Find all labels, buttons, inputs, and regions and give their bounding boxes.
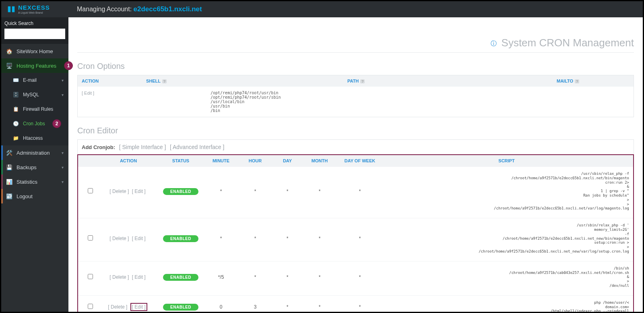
nav-logout[interactable]: ↩️ Logout (1, 189, 68, 203)
edit-options-link[interactable]: [ Edit ] (82, 91, 94, 95)
nav-email[interactable]: ✉️ E-mail ▾ (1, 73, 68, 87)
col-month: MONTH (303, 158, 336, 163)
cell-script: php /home/user/< domain.com> /html/shell… (384, 301, 629, 312)
col-shell-header: SHELL? (146, 79, 347, 83)
col-minute: MINUTE (203, 158, 239, 163)
chevron-down-icon: ▾ (62, 151, 64, 155)
cell-dow: * (336, 236, 384, 241)
shell-paths: /opt/remi/php74/root/usr/bin /opt/remi/p… (146, 91, 347, 113)
col-mailto-header: MAILTO? (557, 79, 630, 83)
cell-month: * (303, 236, 336, 241)
tools-icon: 🛠️ (6, 149, 12, 156)
mail-icon: ✉️ (12, 77, 19, 83)
nav-firewall[interactable]: 📋 Firewall Rules (1, 102, 68, 116)
nav-siteworx-home[interactable]: 🏠 SiteWorx Home (1, 44, 68, 58)
topbar: NEXCESS A Liquid Web Brand Managing Acco… (1, 1, 643, 17)
nav-htaccess[interactable]: 📁 Htaccess (1, 131, 68, 145)
status-badge: ENABLED (163, 188, 198, 195)
cell-month: * (303, 274, 336, 280)
cell-hour: * (239, 236, 271, 241)
delete-link[interactable]: [ Delete ] (108, 304, 127, 310)
col-hour: HOUR (239, 158, 271, 163)
delete-link[interactable]: [ Delete ] (109, 189, 129, 194)
col-script: SCRIPT (384, 158, 629, 163)
home-icon: 🏠 (6, 48, 12, 54)
nav-cron-jobs[interactable]: 🕓 Cron Jobs 2 (1, 116, 68, 131)
cell-day: * (271, 189, 303, 194)
account-domain: e2decc65b1.nxcli.net (134, 5, 202, 13)
cell-day: * (271, 236, 303, 241)
help-badge[interactable]: ? (162, 79, 167, 83)
col-action: ACTION (98, 158, 159, 163)
page-title: ⓘ System CRON Management (77, 25, 634, 53)
advanced-interface-link[interactable]: [ Advanced Interface ] (170, 144, 224, 150)
cron-editor-header-row: ACTION STATUS MINUTE HOUR DAY MONTH DAY … (78, 155, 633, 166)
chevron-down-icon: ▾ (62, 78, 64, 83)
chevron-down-icon: ▾ (62, 165, 64, 170)
cron-options-panel: ACTION SHELL? PATH? MAILTO? [ Edit ] /op… (77, 75, 634, 117)
cron-options-heading: Cron Options (77, 62, 634, 71)
simple-interface-link[interactable]: [ Simple Interface ] (119, 144, 166, 150)
cron-editor-heading: Cron Editor (77, 126, 634, 135)
nav-backups[interactable]: 💾 Backups ▾ (1, 160, 68, 174)
cell-hour: * (239, 189, 271, 194)
cron-row: [ Delete ] [ Edit ] ENABLED */5 * * * * … (78, 261, 633, 295)
managing-account: Managing Account: e2decc65b1.nxcli.net (77, 5, 202, 13)
help-badge[interactable]: ? (360, 79, 365, 83)
brand-logo[interactable]: NEXCESS A Liquid Web Brand (7, 4, 67, 14)
status-badge: ENABLED (163, 274, 198, 281)
row-checkbox[interactable] (88, 274, 93, 279)
cron-options-header: ACTION SHELL? PATH? MAILTO? (78, 75, 634, 87)
nav-mysql[interactable]: 🗄️ MySQL ▾ (1, 87, 68, 102)
cron-row: [ Delete ] [ Edit ] ENABLED * * * * * /u… (78, 218, 633, 261)
folder-icon: 📁 (12, 135, 19, 141)
database-icon: 🗄️ (12, 91, 19, 98)
cell-dow: * (336, 274, 384, 280)
chevron-down-icon: ▾ (62, 180, 64, 184)
nav-hosting-features[interactable]: 🖥️ Hosting Features 1 (1, 58, 68, 73)
callout-badge-2: 2 (52, 119, 61, 128)
status-badge: ENABLED (163, 304, 198, 311)
chevron-down-icon: ▾ (62, 93, 64, 97)
edit-link[interactable]: [ Edit ] (132, 236, 146, 241)
cell-script: /usr/sbin/relax_php -f /chroot/home/a9f2… (384, 172, 629, 211)
nav-administration[interactable]: 🛠️ Administration ▾ (1, 145, 68, 160)
col-dow: DAY OF WEEK (336, 158, 384, 163)
edit-link[interactable]: [ Edit ] (132, 189, 146, 194)
cell-hour: 3 (239, 304, 271, 310)
row-checkbox[interactable] (88, 304, 93, 309)
cron-row: [ Delete ] [ Edit ] ENABLED * * * * * /u… (78, 166, 633, 218)
edit-link-highlighted[interactable]: [ Edit ] (130, 303, 147, 311)
add-cronjob-row: Add Cronjob: [ Simple Interface ] [ Adva… (77, 139, 634, 154)
monitor-icon: 🖥️ (6, 62, 12, 69)
cron-row: [ Delete ] [ Edit ] ENABLED 0 3 * * * ph… (78, 295, 633, 312)
row-checkbox[interactable] (88, 188, 93, 193)
delete-link[interactable]: [ Delete ] (109, 274, 129, 280)
backup-icon: 💾 (6, 164, 12, 170)
help-icon[interactable]: ⓘ (491, 40, 497, 47)
row-checkbox[interactable] (88, 235, 93, 240)
delete-link[interactable]: [ Delete ] (109, 236, 129, 241)
nexcess-logo-icon (7, 5, 16, 14)
cell-month: * (303, 189, 336, 194)
cell-script: /usr/sbin/relax_php -d ' memory_limit=2G… (384, 223, 629, 254)
cell-minute: * (203, 189, 239, 194)
brand-subtitle: A Liquid Web Brand (18, 11, 50, 14)
cron-editor-panel: ACTION STATUS MINUTE HOUR DAY MONTH DAY … (77, 154, 634, 312)
col-path-header: PATH? (347, 79, 557, 83)
quick-search-input[interactable] (4, 29, 65, 39)
cell-minute: */5 (203, 274, 239, 280)
col-action-header: ACTION (82, 79, 146, 83)
main-content: ⓘ System CRON Management Cron Options AC… (68, 17, 643, 312)
edit-link[interactable]: [ Edit ] (132, 274, 146, 280)
col-day: DAY (271, 158, 303, 163)
cell-hour: * (239, 274, 271, 280)
help-badge[interactable]: ? (575, 79, 579, 83)
quick-search-label: Quick Search (4, 21, 65, 26)
callout-badge-1: 1 (64, 61, 73, 70)
cell-day: * (271, 274, 303, 280)
chart-icon: 📊 (6, 178, 12, 185)
nav-statistics[interactable]: 📊 Statistics ▾ (1, 174, 68, 189)
cell-dow: * (336, 304, 384, 310)
firewall-icon: 📋 (12, 106, 19, 112)
